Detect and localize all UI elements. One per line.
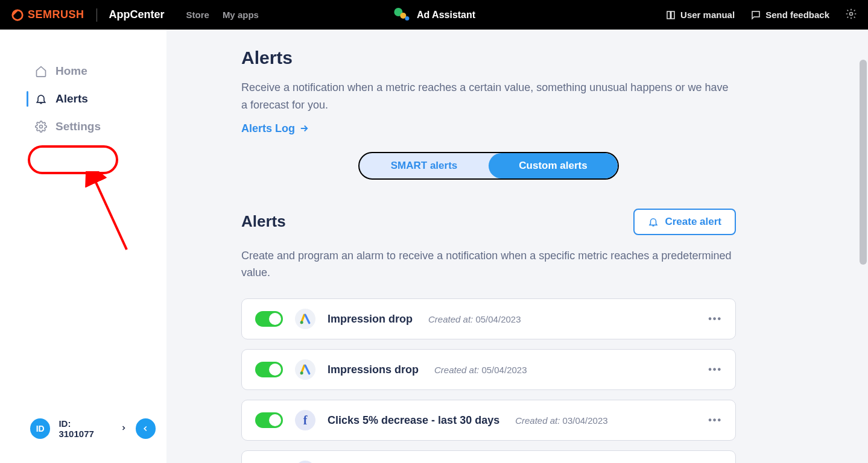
annotation-arrow: [84, 171, 139, 256]
alert-list: Impression dropCreated at: 05/04/2023•••…: [241, 298, 736, 463]
chevron-left-icon: [141, 424, 150, 433]
alert-title: Impression drop: [328, 313, 413, 326]
id-badge[interactable]: ID: [30, 418, 50, 439]
tab-smart-alerts[interactable]: SMART alerts: [360, 153, 489, 178]
account-id-label: ID: 3101077: [59, 418, 107, 439]
appcenter-label[interactable]: AppCenter: [109, 8, 165, 21]
svg-point-2: [40, 125, 43, 128]
ad-assistant-icon: [393, 7, 410, 24]
source-google-icon: [295, 309, 315, 329]
send-feedback-label: Send feedback: [765, 10, 829, 20]
chevron-right-icon[interactable]: [120, 423, 127, 434]
page-title: Alerts: [241, 48, 736, 68]
top-nav: SEMRUSH AppCenter Store My apps Ad Assis…: [0, 0, 868, 30]
source-google-icon: [295, 359, 315, 380]
section-header: Alerts Create alert: [241, 209, 736, 235]
sidebar-item-label: Alerts: [55, 92, 88, 106]
alert-toggle[interactable]: [255, 412, 283, 428]
alert-title: Impressions drop: [328, 364, 419, 376]
sidebar: Home Alerts Settings ID ID: 3101077: [0, 30, 166, 463]
page-description: Receive a notification when a metric rea…: [241, 79, 730, 114]
alert-created-at: Created at: 05/04/2023: [428, 314, 521, 324]
alert-created-at: Created at: 03/04/2023: [515, 415, 607, 426]
user-manual-link[interactable]: User manual: [665, 10, 735, 20]
user-manual-label: User manual: [680, 10, 735, 20]
top-nav-right: User manual Send feedback: [665, 8, 857, 22]
home-icon: [35, 65, 47, 77]
sidebar-item-settings[interactable]: Settings: [0, 113, 166, 140]
section-title: Alerts: [241, 212, 286, 231]
nav-link-myapps[interactable]: My apps: [223, 10, 259, 20]
alerts-type-toggle: SMART alerts Custom alerts: [358, 152, 619, 180]
alert-title: Clicks 5% decrease - last 30 days: [328, 414, 499, 427]
alerts-log-label: Alerts Log: [241, 122, 295, 135]
app-title-center: Ad Assistant: [393, 7, 475, 24]
bell-icon: [648, 216, 659, 227]
chat-icon: [750, 10, 761, 20]
alert-toggle[interactable]: [255, 311, 283, 327]
sidebar-item-label: Home: [55, 65, 87, 78]
alert-card: fImpressions <20 - last 7 daysCreated at…: [241, 450, 736, 463]
alert-more-button[interactable]: •••: [708, 364, 722, 375]
svg-point-1: [850, 12, 853, 15]
source-fb-icon: f: [295, 410, 315, 430]
sidebar-footer: ID ID: 3101077: [0, 418, 166, 463]
alert-created-at: Created at: 05/04/2023: [434, 365, 527, 375]
book-icon: [665, 10, 676, 20]
gear-icon: [35, 121, 47, 133]
main-content: Alerts Receive a notification when a met…: [166, 30, 868, 463]
svg-line-3: [94, 178, 127, 250]
scrollbar-thumb[interactable]: [860, 60, 867, 265]
sidebar-item-label: Settings: [55, 120, 101, 133]
brand-divider: [97, 8, 97, 22]
sidebar-item-home[interactable]: Home: [0, 57, 166, 85]
create-alert-button[interactable]: Create alert: [633, 209, 736, 235]
bell-icon: [35, 93, 47, 105]
svg-point-4: [300, 321, 303, 324]
app-title: Ad Assistant: [417, 10, 475, 20]
section-description: Create and program an alarm to receive a…: [241, 247, 733, 282]
alerts-log-link[interactable]: Alerts Log: [241, 122, 309, 135]
svg-point-5: [300, 372, 303, 375]
gear-icon: [845, 8, 857, 20]
annotation-circle: [28, 145, 118, 174]
tab-custom-alerts[interactable]: Custom alerts: [489, 153, 618, 178]
collapse-sidebar-button[interactable]: [136, 418, 156, 439]
nav-link-store[interactable]: Store: [186, 10, 209, 20]
sidebar-nav: Home Alerts Settings: [0, 30, 166, 140]
alert-toggle[interactable]: [255, 362, 283, 377]
settings-gear-button[interactable]: [845, 8, 857, 22]
alert-card: fClicks 5% decrease - last 30 daysCreate…: [241, 400, 736, 441]
alert-card: Impressions dropCreated at: 05/04/2023••…: [241, 349, 736, 390]
send-feedback-link[interactable]: Send feedback: [750, 10, 829, 20]
alert-more-button[interactable]: •••: [708, 415, 722, 426]
top-nav-links: Store My apps: [186, 10, 259, 20]
arrow-right-icon: [299, 123, 309, 134]
alert-more-button[interactable]: •••: [708, 313, 722, 324]
source-fb-icon: f: [295, 461, 315, 463]
brand-group: SEMRUSH AppCenter: [11, 8, 165, 22]
svg-point-0: [13, 10, 23, 20]
brand-text: SEMRUSH: [28, 8, 84, 21]
alert-card: Impression dropCreated at: 05/04/2023•••: [241, 298, 736, 339]
semrush-logo: SEMRUSH: [11, 8, 84, 22]
sidebar-item-alerts[interactable]: Alerts: [0, 85, 166, 113]
create-alert-label: Create alert: [665, 216, 721, 228]
layout: Home Alerts Settings ID ID: 3101077: [0, 30, 868, 463]
